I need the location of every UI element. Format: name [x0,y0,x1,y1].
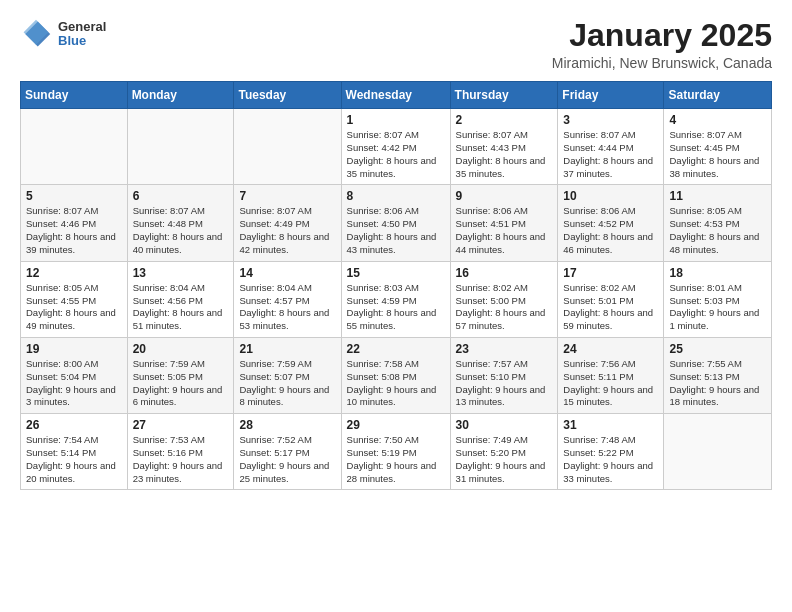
day-number-28: 28 [239,418,335,432]
day-info-27: Sunrise: 7:53 AMSunset: 5:16 PMDaylight:… [133,434,229,485]
day-cell-w5-d2: 27Sunrise: 7:53 AMSunset: 5:16 PMDayligh… [127,414,234,490]
day-info-19: Sunrise: 8:00 AMSunset: 5:04 PMDaylight:… [26,358,122,409]
day-number-27: 27 [133,418,229,432]
day-info-26: Sunrise: 7:54 AMSunset: 5:14 PMDaylight:… [26,434,122,485]
day-cell-w4-d2: 20Sunrise: 7:59 AMSunset: 5:05 PMDayligh… [127,337,234,413]
day-number-15: 15 [347,266,445,280]
svg-marker-1 [24,20,49,45]
day-cell-w4-d4: 22Sunrise: 7:58 AMSunset: 5:08 PMDayligh… [341,337,450,413]
calendar-header-row: Sunday Monday Tuesday Wednesday Thursday… [21,82,772,109]
day-cell-w5-d3: 28Sunrise: 7:52 AMSunset: 5:17 PMDayligh… [234,414,341,490]
day-info-3: Sunrise: 8:07 AMSunset: 4:44 PMDaylight:… [563,129,658,180]
day-number-24: 24 [563,342,658,356]
day-number-5: 5 [26,189,122,203]
day-info-29: Sunrise: 7:50 AMSunset: 5:19 PMDaylight:… [347,434,445,485]
day-cell-w4-d7: 25Sunrise: 7:55 AMSunset: 5:13 PMDayligh… [664,337,772,413]
day-info-4: Sunrise: 8:07 AMSunset: 4:45 PMDaylight:… [669,129,766,180]
day-cell-w2-d2: 6Sunrise: 8:07 AMSunset: 4:48 PMDaylight… [127,185,234,261]
day-info-28: Sunrise: 7:52 AMSunset: 5:17 PMDaylight:… [239,434,335,485]
day-cell-w2-d5: 9Sunrise: 8:06 AMSunset: 4:51 PMDaylight… [450,185,558,261]
day-number-3: 3 [563,113,658,127]
day-cell-w4-d3: 21Sunrise: 7:59 AMSunset: 5:07 PMDayligh… [234,337,341,413]
day-cell-w3-d4: 15Sunrise: 8:03 AMSunset: 4:59 PMDayligh… [341,261,450,337]
day-info-25: Sunrise: 7:55 AMSunset: 5:13 PMDaylight:… [669,358,766,409]
day-info-17: Sunrise: 8:02 AMSunset: 5:01 PMDaylight:… [563,282,658,333]
day-cell-w3-d7: 18Sunrise: 8:01 AMSunset: 5:03 PMDayligh… [664,261,772,337]
day-number-4: 4 [669,113,766,127]
day-info-14: Sunrise: 8:04 AMSunset: 4:57 PMDaylight:… [239,282,335,333]
day-number-31: 31 [563,418,658,432]
day-info-20: Sunrise: 7:59 AMSunset: 5:05 PMDaylight:… [133,358,229,409]
logo-blue-text: Blue [58,34,106,48]
day-number-13: 13 [133,266,229,280]
day-cell-w4-d1: 19Sunrise: 8:00 AMSunset: 5:04 PMDayligh… [21,337,128,413]
day-info-2: Sunrise: 8:07 AMSunset: 4:43 PMDaylight:… [456,129,553,180]
day-info-18: Sunrise: 8:01 AMSunset: 5:03 PMDaylight:… [669,282,766,333]
header-wednesday: Wednesday [341,82,450,109]
day-info-1: Sunrise: 8:07 AMSunset: 4:42 PMDaylight:… [347,129,445,180]
header-tuesday: Tuesday [234,82,341,109]
day-cell-w2-d1: 5Sunrise: 8:07 AMSunset: 4:46 PMDaylight… [21,185,128,261]
header-sunday: Sunday [21,82,128,109]
header-thursday: Thursday [450,82,558,109]
day-number-25: 25 [669,342,766,356]
logo-icon [20,18,52,50]
day-info-16: Sunrise: 8:02 AMSunset: 5:00 PMDaylight:… [456,282,553,333]
day-number-23: 23 [456,342,553,356]
day-number-12: 12 [26,266,122,280]
day-cell-w2-d4: 8Sunrise: 8:06 AMSunset: 4:50 PMDaylight… [341,185,450,261]
title-block: January 2025 Miramichi, New Brunswick, C… [552,18,772,71]
day-info-8: Sunrise: 8:06 AMSunset: 4:50 PMDaylight:… [347,205,445,256]
day-number-18: 18 [669,266,766,280]
logo-general-text: General [58,20,106,34]
day-cell-w2-d3: 7Sunrise: 8:07 AMSunset: 4:49 PMDaylight… [234,185,341,261]
day-cell-w3-d3: 14Sunrise: 8:04 AMSunset: 4:57 PMDayligh… [234,261,341,337]
header-monday: Monday [127,82,234,109]
day-number-10: 10 [563,189,658,203]
day-cell-w3-d1: 12Sunrise: 8:05 AMSunset: 4:55 PMDayligh… [21,261,128,337]
day-cell-w5-d5: 30Sunrise: 7:49 AMSunset: 5:20 PMDayligh… [450,414,558,490]
day-number-21: 21 [239,342,335,356]
day-cell-w3-d2: 13Sunrise: 8:04 AMSunset: 4:56 PMDayligh… [127,261,234,337]
day-cell-w3-d5: 16Sunrise: 8:02 AMSunset: 5:00 PMDayligh… [450,261,558,337]
week-row-1: 1Sunrise: 8:07 AMSunset: 4:42 PMDaylight… [21,109,772,185]
day-info-23: Sunrise: 7:57 AMSunset: 5:10 PMDaylight:… [456,358,553,409]
day-info-12: Sunrise: 8:05 AMSunset: 4:55 PMDaylight:… [26,282,122,333]
week-row-4: 19Sunrise: 8:00 AMSunset: 5:04 PMDayligh… [21,337,772,413]
day-info-11: Sunrise: 8:05 AMSunset: 4:53 PMDaylight:… [669,205,766,256]
day-cell-w1-d2 [127,109,234,185]
logo-text: General Blue [58,20,106,49]
header-saturday: Saturday [664,82,772,109]
day-number-17: 17 [563,266,658,280]
day-cell-w3-d6: 17Sunrise: 8:02 AMSunset: 5:01 PMDayligh… [558,261,664,337]
day-cell-w1-d7: 4Sunrise: 8:07 AMSunset: 4:45 PMDaylight… [664,109,772,185]
day-number-16: 16 [456,266,553,280]
day-cell-w5-d1: 26Sunrise: 7:54 AMSunset: 5:14 PMDayligh… [21,414,128,490]
day-info-9: Sunrise: 8:06 AMSunset: 4:51 PMDaylight:… [456,205,553,256]
day-number-30: 30 [456,418,553,432]
header-friday: Friday [558,82,664,109]
day-cell-w1-d5: 2Sunrise: 8:07 AMSunset: 4:43 PMDaylight… [450,109,558,185]
day-number-26: 26 [26,418,122,432]
calendar-table: Sunday Monday Tuesday Wednesday Thursday… [20,81,772,490]
day-cell-w2-d7: 11Sunrise: 8:05 AMSunset: 4:53 PMDayligh… [664,185,772,261]
day-info-21: Sunrise: 7:59 AMSunset: 5:07 PMDaylight:… [239,358,335,409]
day-info-10: Sunrise: 8:06 AMSunset: 4:52 PMDaylight:… [563,205,658,256]
day-cell-w5-d4: 29Sunrise: 7:50 AMSunset: 5:19 PMDayligh… [341,414,450,490]
day-info-15: Sunrise: 8:03 AMSunset: 4:59 PMDaylight:… [347,282,445,333]
page: General Blue January 2025 Miramichi, New… [0,0,792,508]
week-row-5: 26Sunrise: 7:54 AMSunset: 5:14 PMDayligh… [21,414,772,490]
day-cell-w5-d7 [664,414,772,490]
day-number-22: 22 [347,342,445,356]
day-number-29: 29 [347,418,445,432]
day-info-5: Sunrise: 8:07 AMSunset: 4:46 PMDaylight:… [26,205,122,256]
day-number-2: 2 [456,113,553,127]
day-info-13: Sunrise: 8:04 AMSunset: 4:56 PMDaylight:… [133,282,229,333]
day-number-6: 6 [133,189,229,203]
day-info-7: Sunrise: 8:07 AMSunset: 4:49 PMDaylight:… [239,205,335,256]
header: General Blue January 2025 Miramichi, New… [20,18,772,71]
day-info-31: Sunrise: 7:48 AMSunset: 5:22 PMDaylight:… [563,434,658,485]
day-cell-w4-d6: 24Sunrise: 7:56 AMSunset: 5:11 PMDayligh… [558,337,664,413]
day-number-1: 1 [347,113,445,127]
day-number-9: 9 [456,189,553,203]
